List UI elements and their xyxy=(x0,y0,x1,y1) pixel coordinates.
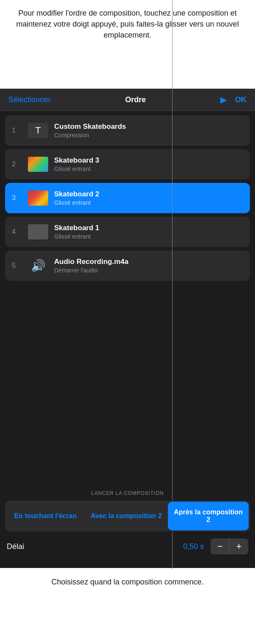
connecting-line xyxy=(172,89,173,560)
trigger-btn-touch[interactable]: En touchant l'écran xyxy=(5,500,86,532)
item-subtitle: Glissé entrant xyxy=(54,233,243,240)
item-thumbnail: T xyxy=(28,123,48,138)
tooltip-line xyxy=(172,0,173,89)
item-title: Audio Recording.m4a xyxy=(54,258,243,266)
item-info: Custom Skateboards Compression xyxy=(54,122,243,139)
bottom-tooltip-text: Choisissez quand la composition commence… xyxy=(17,576,238,587)
ok-button[interactable]: OK xyxy=(235,95,247,104)
nav-bar: Sélectionner Ordre ▶ OK xyxy=(0,89,255,111)
launch-label: LANCER LA COMPOSITION xyxy=(5,490,250,496)
item-subtitle: Compression xyxy=(54,132,243,139)
bottom-tooltip-line xyxy=(172,551,173,570)
stepper-plus-button[interactable]: + xyxy=(230,538,248,554)
item-title: Custom Skateboards xyxy=(54,122,243,131)
bottom-section: LANCER LA COMPOSITION En touchant l'écra… xyxy=(0,490,255,560)
item-thumbnail xyxy=(28,224,48,239)
delay-stepper: − + xyxy=(211,538,248,554)
item-number: 3 xyxy=(12,194,22,202)
list-item[interactable]: 5 🔊 Audio Recording.m4a Démarrer l'audio xyxy=(5,250,250,281)
list-item[interactable]: 4 Skateboard 1 Glissé entrant xyxy=(5,217,250,247)
text-icon: T xyxy=(35,125,41,136)
item-subtitle: Démarrer l'audio xyxy=(54,267,243,274)
list-item[interactable]: 1 T Custom Skateboards Compression xyxy=(5,115,250,146)
item-thumbnail: 🔊 xyxy=(28,258,48,273)
nav-title: Ordre xyxy=(125,95,146,104)
item-number: 5 xyxy=(12,262,22,269)
play-button[interactable]: ▶ xyxy=(220,95,227,105)
item-subtitle: Glissé entrant xyxy=(54,166,243,172)
item-number: 4 xyxy=(12,228,22,236)
top-tooltip: Pour modifier l'ordre de composition, to… xyxy=(0,0,255,89)
item-thumbnail xyxy=(28,157,48,172)
delay-row: Délai 0,50 s − + xyxy=(5,532,250,554)
item-info: Skateboard 3 Glissé entrant xyxy=(54,156,243,172)
delay-value: 0,50 s xyxy=(183,542,204,551)
select-button[interactable]: Sélectionner xyxy=(8,95,51,104)
trigger-btn-with[interactable]: Avec la composition 2 xyxy=(86,500,167,532)
item-title: Skateboard 3 xyxy=(54,156,243,165)
item-info: Skateboard 2 Glissé entrant xyxy=(54,190,243,206)
item-subtitle: Glissé entrant xyxy=(54,199,243,206)
bottom-tooltip: Choisissez quand la composition commence… xyxy=(0,568,255,644)
list-item[interactable]: 2 Skateboard 3 Glissé entrant xyxy=(5,149,250,179)
top-tooltip-text: Pour modifier l'ordre de composition, to… xyxy=(13,8,242,41)
item-title: Skateboard 2 xyxy=(54,190,243,198)
item-info: Audio Recording.m4a Démarrer l'audio xyxy=(54,258,243,274)
stepper-minus-button[interactable]: − xyxy=(211,538,229,554)
item-title: Skateboard 1 xyxy=(54,224,243,232)
item-info: Skateboard 1 Glissé entrant xyxy=(54,224,243,240)
delay-label: Délai xyxy=(7,542,183,551)
item-number: 1 xyxy=(12,127,22,134)
item-thumbnail xyxy=(28,190,48,206)
audio-icon: 🔊 xyxy=(31,259,46,273)
nav-right-actions: ▶ OK xyxy=(220,95,247,105)
trigger-btn-after[interactable]: Après la composition 2 xyxy=(168,502,249,530)
trigger-button-group: En touchant l'écran Avec la composition … xyxy=(5,500,250,532)
list-item-selected[interactable]: 3 Skateboard 2 Glissé entrant xyxy=(5,183,250,213)
composition-list: 1 T Custom Skateboards Compression 2 Ska… xyxy=(0,111,255,285)
item-number: 2 xyxy=(12,160,22,168)
